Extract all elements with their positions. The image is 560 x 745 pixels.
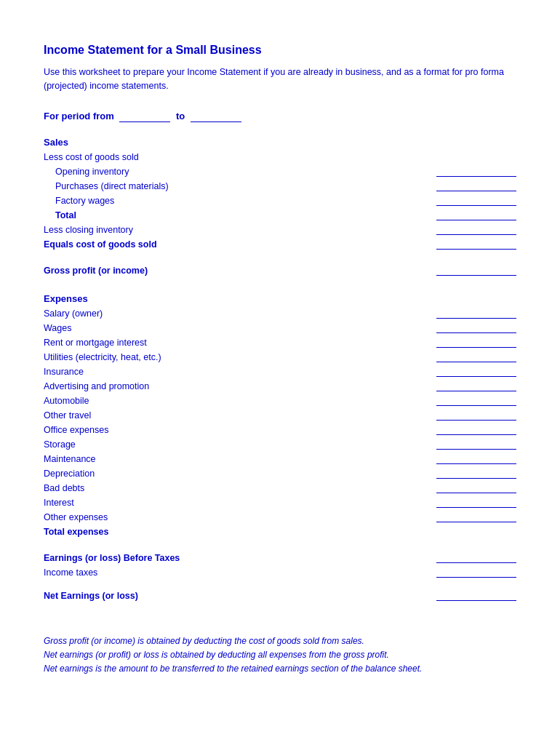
input-insurance[interactable]: [436, 367, 516, 377]
period-from-label: For period from: [44, 111, 114, 121]
label-maintenance: Maintenance: [44, 454, 436, 464]
input-rent[interactable]: [436, 338, 516, 348]
row-less-cost: Less cost of goods sold: [44, 149, 516, 162]
row-income-taxes: Income taxes: [44, 565, 516, 578]
input-depreciation[interactable]: [436, 469, 516, 479]
row-wages: Wages: [44, 320, 516, 333]
note-2: Net earnings (or profit) or loss is obta…: [44, 648, 516, 662]
input-wages[interactable]: [436, 323, 516, 333]
label-total-expenses: Total expenses: [44, 527, 516, 537]
label-automobile: Automobile: [44, 396, 436, 406]
label-bad-debts: Bad debts: [44, 483, 436, 493]
expenses-header: Expenses: [44, 293, 516, 304]
label-other-travel: Other travel: [44, 410, 436, 421]
notes-section: Gross profit (or income) is obtained by …: [44, 634, 516, 677]
input-storage[interactable]: [436, 439, 516, 450]
label-total: Total: [44, 210, 436, 220]
row-other-travel: Other travel: [44, 407, 516, 421]
label-gross-profit: Gross profit (or income): [44, 266, 436, 276]
input-gross-profit[interactable]: [436, 266, 516, 276]
note-3: Net earnings is the amount to be transfe…: [44, 662, 516, 676]
label-earnings-before-taxes: Earnings (or loss) Before Taxes: [44, 553, 436, 563]
period-to-label: to: [176, 111, 185, 121]
note-1: Gross profit (or income) is obtained by …: [44, 634, 516, 648]
row-net-earnings: Net Earnings (or loss): [44, 588, 516, 601]
period-to-field[interactable]: [191, 111, 241, 122]
label-less-cost: Less cost of goods sold: [44, 152, 516, 162]
input-other-travel[interactable]: [436, 410, 516, 421]
label-office: Office expenses: [44, 425, 436, 435]
row-less-closing: Less closing inventory: [44, 222, 516, 235]
input-utilities[interactable]: [436, 352, 516, 362]
label-salary: Salary (owner): [44, 308, 436, 319]
row-purchases: Purchases (direct materials): [44, 178, 516, 191]
row-rent: Rent or mortgage interest: [44, 335, 516, 348]
label-utilities: Utilities (electricity, heat, etc.): [44, 352, 436, 362]
label-purchases: Purchases (direct materials): [44, 181, 436, 191]
label-factory-wages: Factory wages: [44, 196, 436, 206]
row-total: Total: [44, 207, 516, 220]
input-opening-inventory[interactable]: [436, 167, 516, 177]
row-utilities: Utilities (electricity, heat, etc.): [44, 349, 516, 362]
input-office[interactable]: [436, 425, 516, 435]
label-advertising: Advertising and promotion: [44, 381, 436, 391]
label-equals-cost: Equals cost of goods sold: [44, 239, 436, 250]
row-insurance: Insurance: [44, 364, 516, 377]
input-automobile[interactable]: [436, 396, 516, 406]
period-line: For period from to: [44, 111, 516, 122]
sales-header: Sales: [44, 137, 516, 148]
expenses-section: Expenses Salary (owner) Wages Rent or mo…: [44, 293, 516, 537]
sales-section: Sales Less cost of goods sold Opening in…: [44, 137, 516, 250]
input-interest[interactable]: [436, 498, 516, 508]
row-automobile: Automobile: [44, 393, 516, 406]
label-interest: Interest: [44, 498, 436, 508]
label-less-closing: Less closing inventory: [44, 225, 436, 235]
input-equals-cost[interactable]: [436, 239, 516, 250]
row-office: Office expenses: [44, 422, 516, 435]
label-insurance: Insurance: [44, 367, 436, 377]
row-salary: Salary (owner): [44, 306, 516, 319]
label-income-taxes: Income taxes: [44, 567, 436, 578]
label-other-expenses: Other expenses: [44, 512, 436, 522]
input-less-closing[interactable]: [436, 225, 516, 235]
input-other-expenses[interactable]: [436, 512, 516, 522]
description: Use this worksheet to prepare your Incom…: [44, 65, 516, 93]
period-from-field[interactable]: [119, 111, 170, 122]
row-other-expenses: Other expenses: [44, 509, 516, 522]
label-depreciation: Depreciation: [44, 469, 436, 479]
input-net-earnings[interactable]: [436, 591, 516, 601]
label-storage: Storage: [44, 439, 436, 450]
label-wages: Wages: [44, 323, 436, 333]
row-opening-inventory: Opening inventory: [44, 164, 516, 177]
row-storage: Storage: [44, 437, 516, 450]
input-maintenance[interactable]: [436, 454, 516, 464]
input-factory-wages[interactable]: [436, 196, 516, 206]
row-equals-cost: Equals cost of goods sold: [44, 236, 516, 250]
row-earnings-before-taxes: Earnings (or loss) Before Taxes: [44, 550, 516, 563]
input-purchases[interactable]: [436, 181, 516, 191]
row-maintenance: Maintenance: [44, 451, 516, 464]
input-advertising[interactable]: [436, 381, 516, 391]
label-rent: Rent or mortgage interest: [44, 338, 436, 348]
row-gross-profit: Gross profit (or income): [44, 263, 516, 276]
page-title: Income Statement for a Small Business: [44, 44, 516, 57]
row-factory-wages: Factory wages: [44, 193, 516, 206]
input-income-taxes[interactable]: [436, 567, 516, 578]
input-total[interactable]: [436, 210, 516, 220]
input-salary[interactable]: [436, 308, 516, 319]
row-interest: Interest: [44, 495, 516, 508]
label-net-earnings: Net Earnings (or loss): [44, 591, 436, 601]
row-bad-debts: Bad debts: [44, 480, 516, 493]
row-total-expenses: Total expenses: [44, 524, 516, 537]
input-bad-debts[interactable]: [436, 483, 516, 493]
label-opening-inventory: Opening inventory: [44, 167, 436, 177]
row-depreciation: Depreciation: [44, 466, 516, 479]
input-earnings-before-taxes[interactable]: [436, 553, 516, 563]
row-advertising: Advertising and promotion: [44, 378, 516, 391]
